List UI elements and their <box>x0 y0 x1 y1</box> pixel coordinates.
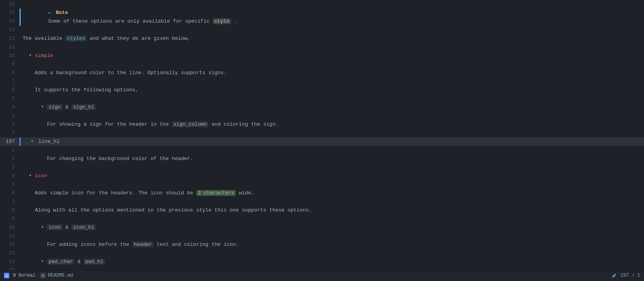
header-highlight: header <box>132 242 154 247</box>
chars-highlight: 2 characters <box>196 190 236 196</box>
lines-container: 16 15 ✏ Note 14 Some of these options ar… <box>0 0 644 270</box>
line-hl-highlight: line_hl <box>37 139 61 144</box>
line-content: For changing the background color of the… <box>20 155 644 163</box>
line-1a: 1 <box>0 129 644 137</box>
line-9b: 9 <box>0 215 644 223</box>
sign-column-highlight: sign_column <box>172 121 208 127</box>
line-number: 15 <box>0 9 20 17</box>
line-number: 3 <box>0 163 20 172</box>
line-number: 9 <box>0 215 20 223</box>
line-number: 11 <box>0 232 20 240</box>
line-content: • icon & icon_hl <box>20 223 644 232</box>
line-content: The available styles and what they do ar… <box>20 34 644 43</box>
cursor-bar <box>20 137 21 146</box>
svg-text:M: M <box>42 274 44 278</box>
item-name: simple <box>35 53 53 59</box>
line-6-icon-desc: 6 Adds simple icon for the headers. The … <box>0 189 644 197</box>
line-number: 6 <box>0 189 20 197</box>
line-number: 8 <box>0 206 20 215</box>
svg-text:N: N <box>6 274 8 278</box>
statusbar: N N Normal M README.md 197 / 1 <box>0 270 644 281</box>
bullet: • <box>31 139 34 144</box>
line-13b: 13 <box>0 249 644 258</box>
line-11b: 11 <box>0 232 644 240</box>
status-position: 197 / 1 <box>611 273 640 278</box>
line-number: 4 <box>0 103 20 112</box>
line-15b: 15 <box>0 266 644 270</box>
line-number: 5 <box>0 180 20 189</box>
line-number: 11 <box>0 43 20 52</box>
line-12-header: 12 For adding icons before the header te… <box>0 240 644 249</box>
line-14-pad: 14 • pad_char & pad_hl <box>0 258 644 266</box>
line-number: 13 <box>0 249 20 258</box>
line-3b: 3 <box>0 163 644 172</box>
col-text: 1 <box>637 273 640 279</box>
line-11: 11 <box>0 43 644 52</box>
bullet: • <box>29 53 32 59</box>
line-number: 2 <box>0 120 20 129</box>
line-number: 10 <box>0 52 20 60</box>
line-content: Adds simple icon for the headers. The ic… <box>20 189 644 197</box>
line-number: 6 <box>0 86 20 94</box>
line-number: 8 <box>0 69 20 77</box>
sign-hl-highlight: sign_hl <box>71 104 96 110</box>
sign-highlight: sign <box>47 104 62 110</box>
line-number: 16 <box>0 0 20 9</box>
line-number: 1 <box>0 129 20 137</box>
line-13: 13 <box>0 26 644 34</box>
line-12: 12 The available styles and what they do… <box>0 34 644 43</box>
item-name: icon <box>35 173 47 179</box>
line-number: 15 <box>0 266 20 270</box>
line-number: 14 <box>0 258 20 266</box>
style-highlight: style <box>213 18 231 24</box>
line-2-sign-col: 2 For showing a sign for the header in t… <box>0 120 644 129</box>
line-number: 7 <box>0 77 20 86</box>
line-content: For showing a sign for the header in the… <box>20 120 644 129</box>
line-197-active: 197 • line_hl <box>0 137 644 146</box>
line-9: 9 <box>0 60 644 69</box>
line-content: • simple <box>20 52 644 60</box>
line-number: 2 <box>0 155 20 163</box>
pencil-icon <box>611 273 617 278</box>
note-line: . <box>231 18 237 24</box>
line-number: 10 <box>0 223 20 232</box>
line-content: For adding icons before the header text … <box>20 240 644 249</box>
statusbar-left: N N Normal M README.md <box>4 273 73 278</box>
bullet: • <box>29 173 32 179</box>
pad-hl-highlight: pad_hl <box>84 259 105 265</box>
line-4-icon: 4 • icon <box>0 172 644 180</box>
line-14-note: 14 Some of these options are only availa… <box>0 17 644 26</box>
line-number: 12 <box>0 34 20 43</box>
line-number: 197 <box>0 137 20 146</box>
line-4-sign: 4 • sign & sign_hl <box>0 103 644 112</box>
line-content: • sign & sign_hl <box>20 103 644 112</box>
filename: README.md <box>48 273 73 278</box>
mode-text: N Normal <box>13 273 36 279</box>
line-content: Adds a background color to the line. Opt… <box>20 69 644 77</box>
file-icon: M <box>40 273 46 278</box>
vim-icon: N <box>4 273 9 278</box>
line-8: 8 Adds a background color to the line. O… <box>0 69 644 77</box>
line-5: 5 <box>0 94 644 103</box>
line-number: 13 <box>0 26 20 34</box>
bullet: • <box>41 224 44 230</box>
line-content: Along with all the options mentioned in … <box>20 206 644 215</box>
line-number: 9 <box>0 60 20 69</box>
line-content: • icon <box>20 172 644 180</box>
statusbar-right: 197 / 1 <box>611 273 640 278</box>
line-content: • pad_char & pad_hl <box>20 258 644 266</box>
pad-char-highlight: pad_char <box>47 259 74 265</box>
line-6: 6 It supports the following options, <box>0 86 644 94</box>
line-2-header-color: 2 For changing the background color of t… <box>0 155 644 163</box>
line-number: 14 <box>0 17 20 26</box>
line-7b: 7 <box>0 197 644 206</box>
icon-highlight: icon <box>47 224 62 230</box>
position-text: 197 <box>621 273 629 279</box>
bullet: • <box>41 259 44 265</box>
bullet: • <box>41 104 44 110</box>
icon-hl-highlight: icon_hl <box>71 224 96 230</box>
line-number: 4 <box>0 172 20 180</box>
line-number: 7 <box>0 197 20 206</box>
line-content: • line_hl <box>21 137 644 146</box>
note-line: Some of these options are only available… <box>48 18 212 24</box>
